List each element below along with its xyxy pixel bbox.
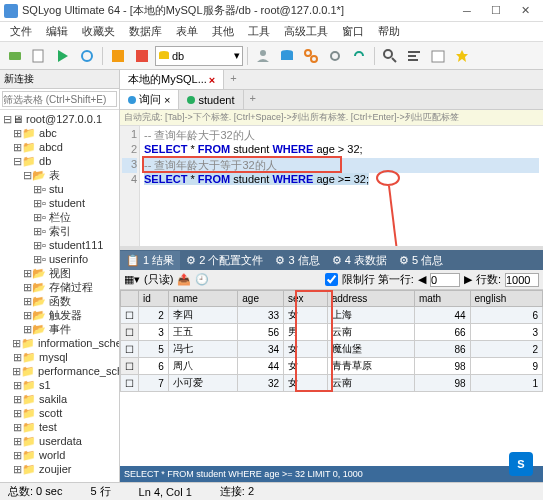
- database-selector[interactable]: ▾: [155, 46, 243, 66]
- new-query-icon[interactable]: [28, 45, 50, 67]
- tree-item[interactable]: ⊞📁 abcd: [2, 140, 117, 154]
- tree-item[interactable]: ⊞▫ stu: [2, 182, 117, 196]
- menu-编辑[interactable]: 编辑: [40, 22, 74, 41]
- execute-icon[interactable]: [52, 45, 74, 67]
- tree-item[interactable]: ⊞📁 sakila: [2, 392, 117, 406]
- rows-input[interactable]: [505, 273, 539, 287]
- tool-icon-2[interactable]: [131, 45, 153, 67]
- tree-item[interactable]: ⊞📁 information_schema: [2, 336, 117, 350]
- table-row[interactable]: ☐2李四33女上海446: [121, 307, 543, 324]
- column-header[interactable]: name: [168, 291, 237, 307]
- table-tab[interactable]: student: [179, 90, 243, 109]
- add-connection-button[interactable]: +: [224, 70, 242, 89]
- sidebar: 新连接 ⊟🖥 root@127.0.0.1⊞📁 abc⊞📁 abcd⊟📁 db⊟…: [0, 70, 120, 482]
- sync-icon[interactable]: [348, 45, 370, 67]
- filter-input[interactable]: [2, 91, 117, 107]
- cloud-badge-icon[interactable]: S: [509, 452, 533, 476]
- table-row[interactable]: ☐6周八44女青青草原989: [121, 358, 543, 375]
- add-tab-button[interactable]: +: [244, 90, 262, 109]
- object-tree[interactable]: ⊟🖥 root@127.0.0.1⊞📁 abc⊞📁 abcd⊟📁 db⊟📂 表⊞…: [0, 110, 119, 482]
- first-row-input[interactable]: [430, 273, 460, 287]
- tree-item[interactable]: ⊞📁 scott: [2, 406, 117, 420]
- result-tab[interactable]: ⚙ 5 信息: [393, 251, 449, 270]
- column-header[interactable]: math: [414, 291, 470, 307]
- menu-帮助[interactable]: 帮助: [372, 22, 406, 41]
- result-tab[interactable]: ⚙ 2 个配置文件: [180, 251, 269, 270]
- close-button[interactable]: ✕: [511, 2, 539, 20]
- export-icon[interactable]: 📤: [177, 273, 191, 286]
- svg-rect-19: [432, 51, 444, 62]
- gear-icon[interactable]: [324, 45, 346, 67]
- menu-窗口[interactable]: 窗口: [336, 22, 370, 41]
- status-connections: 连接: 2: [216, 484, 258, 499]
- calendar-icon[interactable]: [427, 45, 449, 67]
- column-header[interactable]: age: [238, 291, 284, 307]
- menu-数据库[interactable]: 数据库: [123, 22, 168, 41]
- status-rows: 5 行: [86, 484, 114, 499]
- column-header[interactable]: sex: [284, 291, 328, 307]
- table-row[interactable]: ☐5冯七34女魔仙堡862: [121, 341, 543, 358]
- tree-item[interactable]: ⊞📂 事件: [2, 322, 117, 336]
- query-tab[interactable]: 询问×: [120, 90, 179, 109]
- main-toolbar: ▾: [0, 42, 543, 70]
- tree-item[interactable]: ⊞📁 mysql: [2, 350, 117, 364]
- tree-item[interactable]: ⊟🖥 root@127.0.0.1: [2, 112, 117, 126]
- tree-item[interactable]: ⊞📁 abc: [2, 126, 117, 140]
- grid-icon[interactable]: ▦▾: [124, 273, 140, 286]
- tree-item[interactable]: ⊞📂 视图: [2, 266, 117, 280]
- tree-item[interactable]: ⊞▫ userinfo: [2, 252, 117, 266]
- tree-item[interactable]: ⊞📁 zoujier: [2, 462, 117, 476]
- result-tab[interactable]: ⚙ 4 表数据: [326, 251, 393, 270]
- tree-item[interactable]: ⊞📁 world: [2, 448, 117, 462]
- tree-item[interactable]: ⊟📁 db: [2, 154, 117, 168]
- tree-item[interactable]: ⊞📁 performance_schema: [2, 364, 117, 378]
- tree-item[interactable]: ⊟📂 表: [2, 168, 117, 182]
- link-icon[interactable]: [300, 45, 322, 67]
- menu-文件[interactable]: 文件: [4, 22, 38, 41]
- svg-rect-10: [281, 52, 293, 60]
- svg-rect-18: [408, 59, 418, 61]
- code-area[interactable]: -- 查询年龄大于32的人SELECT * FROM student WHERE…: [140, 126, 543, 246]
- tree-item[interactable]: ⊞▫ 栏位: [2, 210, 117, 224]
- sql-editor[interactable]: 1234 -- 查询年龄大于32的人SELECT * FROM student …: [120, 126, 543, 246]
- tree-item[interactable]: ⊞📂 存储过程: [2, 280, 117, 294]
- user-icon[interactable]: [252, 45, 274, 67]
- tree-item[interactable]: ⊞▫ student111: [2, 238, 117, 252]
- new-connection-icon[interactable]: [4, 45, 26, 67]
- refresh-icon[interactable]: [76, 45, 98, 67]
- result-grid[interactable]: idnameagesexaddressmathenglish☐2李四33女上海4…: [120, 290, 543, 466]
- column-header[interactable]: address: [327, 291, 414, 307]
- table-row[interactable]: ☐7小可爱32女云南981: [121, 375, 543, 392]
- tree-item[interactable]: ⊞📁 test: [2, 420, 117, 434]
- close-icon[interactable]: ×: [209, 74, 215, 86]
- column-header[interactable]: id: [139, 291, 169, 307]
- svg-rect-7: [159, 53, 169, 59]
- tool-icon-1[interactable]: [107, 45, 129, 67]
- menu-工具[interactable]: 工具: [242, 22, 276, 41]
- search-icon[interactable]: [379, 45, 401, 67]
- history-icon[interactable]: 🕘: [195, 273, 209, 286]
- menu-高级工具[interactable]: 高级工具: [278, 22, 334, 41]
- tree-item[interactable]: ⊞📁 s1: [2, 378, 117, 392]
- tree-item[interactable]: ⊞📂 函数: [2, 294, 117, 308]
- db-icon[interactable]: [276, 45, 298, 67]
- menu-表单[interactable]: 表单: [170, 22, 204, 41]
- column-header[interactable]: english: [470, 291, 543, 307]
- tree-item[interactable]: ⊞📁 userdata: [2, 434, 117, 448]
- tree-item[interactable]: ⊞📂 触发器: [2, 308, 117, 322]
- tree-item[interactable]: ⊞▫ 索引: [2, 224, 117, 238]
- menu-其他[interactable]: 其他: [206, 22, 240, 41]
- connection-tab[interactable]: 本地的MySQL...×: [120, 70, 224, 89]
- database-input[interactable]: [172, 48, 232, 64]
- table-icon: [187, 96, 195, 104]
- format-icon[interactable]: [403, 45, 425, 67]
- limit-checkbox[interactable]: [325, 273, 338, 286]
- table-row[interactable]: ☐3王五56男云南663: [121, 324, 543, 341]
- menu-收藏夹[interactable]: 收藏夹: [76, 22, 121, 41]
- tree-item[interactable]: ⊞▫ student: [2, 196, 117, 210]
- maximize-button[interactable]: ☐: [482, 2, 510, 20]
- result-tab[interactable]: ⚙ 3 信息: [269, 251, 325, 270]
- favorite-icon[interactable]: [451, 45, 473, 67]
- result-tab[interactable]: 📋 1 结果: [120, 251, 180, 270]
- minimize-button[interactable]: ─: [453, 2, 481, 20]
